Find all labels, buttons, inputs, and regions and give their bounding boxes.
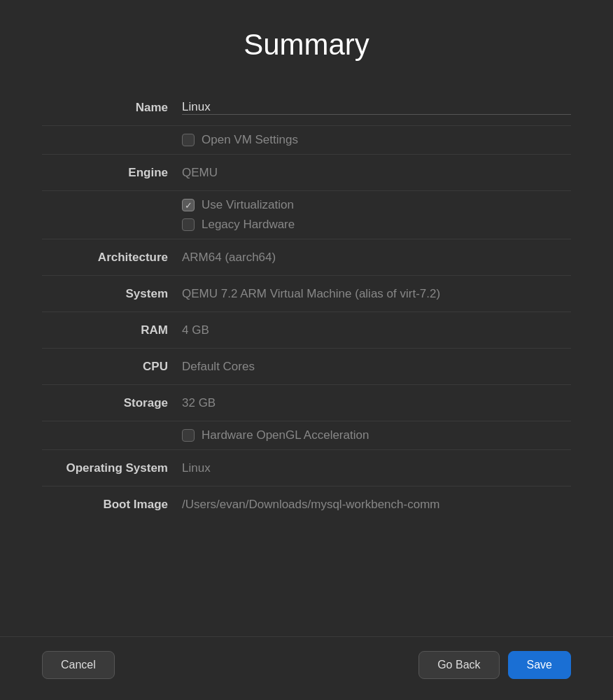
opengl-checkbox[interactable] bbox=[182, 429, 195, 442]
footer-right: Go Back Save bbox=[418, 651, 571, 679]
use-virtualization-checkbox[interactable] bbox=[182, 199, 195, 211]
system-value: QEMU 7.2 ARM Virtual Machine (alias of v… bbox=[182, 287, 571, 301]
use-virtualization-container[interactable]: Use Virtualization bbox=[182, 195, 571, 215]
virtualization-content: Use Virtualization Legacy Hardware bbox=[182, 195, 571, 234]
cpu-label: CPU bbox=[42, 360, 182, 374]
footer: Cancel Go Back Save bbox=[0, 636, 613, 700]
cpu-row: CPU Default Cores bbox=[42, 349, 571, 385]
legacy-hardware-checkbox[interactable] bbox=[182, 218, 195, 231]
name-input-wrapper bbox=[182, 100, 571, 115]
boot-image-row: Boot Image /Users/evan/Downloads/mysql-w… bbox=[42, 486, 571, 523]
cpu-value: Default Cores bbox=[182, 360, 571, 374]
ram-row: RAM 4 GB bbox=[42, 312, 571, 349]
opengl-checkbox-container[interactable]: Hardware OpenGL Acceleration bbox=[182, 426, 571, 445]
virtualization-row: Use Virtualization Legacy Hardware bbox=[42, 191, 571, 239]
main-content: Summary Name Open VM Settings Engine QEM… bbox=[0, 0, 613, 636]
open-vm-settings-checkbox-container[interactable]: Open VM Settings bbox=[182, 130, 571, 150]
architecture-value: ARM64 (aarch64) bbox=[182, 251, 571, 265]
save-button[interactable]: Save bbox=[508, 651, 571, 679]
architecture-row: Architecture ARM64 (aarch64) bbox=[42, 239, 571, 276]
os-label: Operating System bbox=[42, 461, 182, 475]
form-section: Name Open VM Settings Engine QEMU bbox=[42, 90, 571, 523]
cancel-button[interactable]: Cancel bbox=[42, 651, 115, 679]
legacy-hardware-container[interactable]: Legacy Hardware bbox=[182, 215, 571, 234]
opengl-row: Hardware OpenGL Acceleration bbox=[42, 421, 571, 450]
open-vm-settings-checkbox[interactable] bbox=[182, 134, 195, 146]
os-value: Linux bbox=[182, 461, 571, 475]
boot-image-label: Boot Image bbox=[42, 498, 182, 512]
page-title: Summary bbox=[42, 28, 571, 62]
ram-label: RAM bbox=[42, 323, 182, 337]
name-input[interactable] bbox=[182, 100, 571, 114]
system-label: System bbox=[42, 287, 182, 301]
open-vm-settings-content: Open VM Settings bbox=[182, 130, 571, 150]
storage-row: Storage 32 GB bbox=[42, 385, 571, 421]
open-vm-settings-label: Open VM Settings bbox=[202, 133, 298, 147]
opengl-label: Hardware OpenGL Acceleration bbox=[202, 428, 369, 442]
architecture-label: Architecture bbox=[42, 251, 182, 265]
storage-value: 32 GB bbox=[182, 396, 571, 410]
engine-value: QEMU bbox=[182, 166, 571, 180]
name-row: Name bbox=[42, 90, 571, 126]
legacy-hardware-label: Legacy Hardware bbox=[202, 218, 295, 232]
offset-spacer-2 bbox=[42, 195, 182, 234]
engine-label: Engine bbox=[42, 166, 182, 180]
ram-value: 4 GB bbox=[182, 323, 571, 337]
offset-spacer bbox=[42, 130, 182, 150]
open-vm-settings-row: Open VM Settings bbox=[42, 126, 571, 155]
name-label: Name bbox=[42, 101, 182, 115]
boot-image-value: /Users/evan/Downloads/mysql-workbench-co… bbox=[182, 498, 571, 512]
use-virtualization-label: Use Virtualization bbox=[202, 198, 294, 212]
system-row: System QEMU 7.2 ARM Virtual Machine (ali… bbox=[42, 276, 571, 312]
engine-row: Engine QEMU bbox=[42, 155, 571, 191]
offset-spacer-3 bbox=[42, 426, 182, 445]
storage-label: Storage bbox=[42, 396, 182, 410]
go-back-button[interactable]: Go Back bbox=[418, 651, 499, 679]
os-row: Operating System Linux bbox=[42, 450, 571, 486]
opengl-content: Hardware OpenGL Acceleration bbox=[182, 426, 571, 445]
